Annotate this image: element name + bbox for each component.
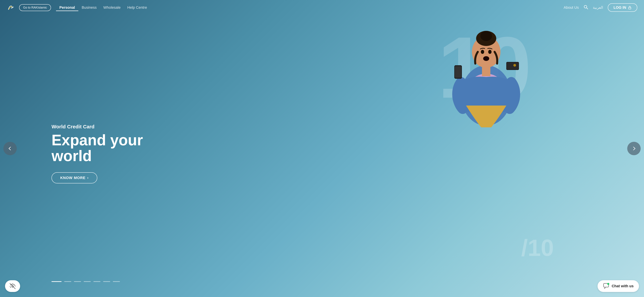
nav-wholesale[interactable]: Wholesale	[100, 4, 124, 11]
eye-off-icon	[10, 283, 16, 289]
navbar: Go to RAKIslamic Personal Business Whole…	[0, 0, 644, 15]
carousel-dot-2[interactable]	[64, 281, 71, 282]
chevron-left-icon	[8, 146, 12, 151]
nav-right: About Us العربية LOG IN	[564, 3, 637, 12]
svg-rect-13	[507, 62, 518, 70]
svg-point-18	[12, 285, 14, 287]
svg-rect-12	[506, 62, 519, 70]
hero-section: 10 /10	[0, 0, 644, 297]
carousel-dot-6[interactable]	[103, 281, 110, 282]
carousel-dot-4[interactable]	[84, 281, 91, 282]
svg-point-15	[481, 50, 484, 54]
svg-point-0	[7, 3, 16, 12]
carousel-dot-1[interactable]	[52, 281, 62, 282]
nav-business[interactable]: Business	[78, 4, 100, 11]
carousel-dot-5[interactable]	[94, 281, 100, 282]
svg-rect-9	[482, 66, 490, 76]
svg-rect-11	[455, 66, 461, 78]
hero-content: World Credit Card Expand your world KNOW…	[52, 124, 169, 183]
chevron-right-icon	[632, 146, 636, 151]
carousel-dot-7[interactable]	[113, 281, 120, 282]
hero-subtitle: World Credit Card	[52, 124, 169, 130]
lock-icon	[628, 6, 632, 10]
hero-title: Expand your world	[52, 132, 169, 164]
svg-point-6	[472, 36, 500, 68]
arabic-language-link[interactable]: العربية	[593, 5, 603, 10]
nav-links: Personal Business Wholesale Help Centre	[56, 4, 564, 11]
carousel-next-button[interactable]	[627, 142, 641, 155]
watermark-fraction: /10	[521, 234, 554, 261]
svg-point-4	[461, 65, 511, 126]
svg-rect-3	[628, 8, 631, 9]
chat-button[interactable]: Chat with us	[598, 280, 639, 292]
rak-islamic-button[interactable]: Go to RAKIslamic	[19, 4, 51, 11]
carousel-dots	[52, 281, 120, 282]
watermark-number: 10	[438, 24, 528, 111]
nav-personal[interactable]: Personal	[56, 4, 78, 11]
hide-button[interactable]	[5, 280, 20, 292]
about-us-link[interactable]: About Us	[564, 5, 579, 10]
carousel-dot-3[interactable]	[74, 281, 81, 282]
svg-point-16	[488, 50, 492, 54]
search-icon[interactable]	[584, 5, 588, 11]
nav-help-centre[interactable]: Help Centre	[124, 4, 150, 11]
login-button[interactable]: LOG IN	[608, 3, 637, 12]
svg-point-8	[480, 31, 492, 41]
svg-point-14	[513, 64, 516, 67]
carousel-prev-button[interactable]	[3, 142, 17, 155]
svg-point-17	[483, 56, 489, 61]
svg-point-5	[470, 74, 503, 101]
svg-point-7	[476, 31, 496, 46]
chat-label: Chat with us	[612, 284, 634, 288]
logo	[7, 3, 16, 12]
svg-line-2	[586, 8, 588, 9]
chat-icon	[603, 283, 609, 289]
chevron-right-icon: ›	[87, 176, 88, 180]
know-more-button[interactable]: KNOW MORE ›	[52, 172, 97, 183]
hero-person-image	[444, 15, 528, 129]
svg-rect-10	[454, 65, 462, 79]
